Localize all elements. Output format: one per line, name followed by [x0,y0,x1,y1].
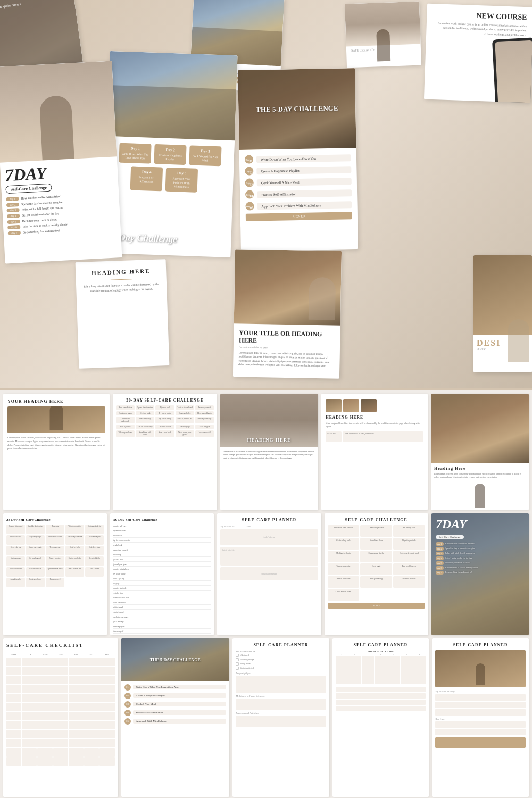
partial-right-card: DESI HEADING [473,255,532,372]
affirmation-label: MY AFFIRMATION [236,650,326,653]
50day-card: 50 Day Self-Care Challenge practice self… [110,513,214,635]
selfcare-planner-title: SELF-CARE PLANNER [220,518,318,522]
planner-focus: today's focus [220,529,318,545]
new-course-body: A massive work-outline course is an onli… [433,21,527,37]
challenge-item: Day03 Cook Yourself A Nice Meal [245,177,352,187]
selfcare-planner4-card: SELF-CARE PLANNER My self-care act today… [432,638,529,797]
planner-priorities: list of priorities [220,547,318,566]
your-title-card: YOUR TITLE OR HEADING HERE Lorem ipsum d… [233,249,342,378]
grateful-label: I'm grateful for [236,672,326,675]
selfcare-planner4-title: SELF-CARE PLANNER [435,643,526,647]
date-card: DATE CREATED: [345,2,421,68]
5day-list2-title: THE 5-DAY CHALLENGE [150,657,201,662]
your-title-body: Lorem ipsum dolor sit amet, consectetur … [238,351,334,368]
planner-date-label: Date: [246,525,270,528]
selfcare-checklist-title: SELF-CARE CHECKLIST [6,643,115,648]
5day-list-card: THE 5-DAY CHALLENGE Day01 Write Down Wha… [238,68,358,251]
7day-subtitle: Self-Care Challenge [5,184,52,194]
photo-heading-card: HEADING HERE At vero eos et accusamus et… [220,394,318,510]
30day-title: 30-DAY SELF-CARE CHALLENGE [116,398,214,403]
planner-selfcare-label: My self-care act: [220,525,244,528]
50day-title: 50 Day Self-Care Challenge [113,518,211,522]
heading-card: HEADING HERE It is a long established fa… [76,259,170,369]
signup-button[interactable]: SIGN UP [246,212,352,221]
selfcare-planner-card: SELF-CARE PLANNER My self-care act: Date… [217,513,321,635]
30day-card: 30-DAY SELF-CARE CHALLENGE Have a medita… [113,394,217,510]
challenge-item: Day04 Practice Self-Affirmation [245,188,352,198]
your-heading-card: YOUR HEADING HERE Lorem ipsum dolor sit … [3,394,110,510]
28day-title: 28 Day Self-Care Challenge [6,518,104,522]
heading-title: HEADING HERE [82,268,160,277]
bottom-row-1: YOUR HEADING HERE Lorem ipsum dolor sit … [0,390,532,512]
checklist-grid: MON TUE WED THU FRI SAT SUN [6,652,115,766]
selfcare-challenge-grid: Write down what you love Drink enough wa… [328,525,425,601]
photo-right-body: Lorem ipsum dolor sit amet, consectetur … [434,472,526,479]
challenge-item: Day05 Approach Your Problem With Mindful… [245,200,352,210]
photo-heading-overlay: HEADING HERE [220,437,318,443]
goal-label: My biggest self-goal this week [236,695,326,697]
your-heading-body: Lorem ipsum dolor sit amet, consectetur … [7,436,105,451]
new-course-title: NEW COURSE [433,10,527,22]
photo-right-card: Heading Here Lorem ipsum dolor sit amet,… [431,394,529,510]
7day-items: day 1Have lunch or coffee with a friend … [6,192,116,236]
heading2-card: HEADING HERE It is a long established fa… [321,394,428,510]
28day-grid: Create a vision board Spend the day in n… [6,525,104,587]
heading2-body: It is a long established fact that a rea… [326,422,423,428]
your-title-heading: YOUR TITLE OR HEADING HERE [239,329,335,346]
photo-right-title: Heading Here [434,466,526,471]
30day-grid: Have a meditation Spend time in nature H… [116,405,214,437]
bottom-row-2: 28 Day Self-Care Challenge Create a visi… [0,512,532,637]
selfcare-planner2-title: SELF-CARE PLANNER [236,643,326,647]
challenge-item: Day02 Create A Happiness Playlist [245,165,351,175]
5day-challenge-card: 5 Day Challenge Day 1Write Down What You… [103,51,237,257]
exercises-label: Exercises and Activities [236,712,326,714]
top-collage: some quite comes – Quotes Name 7DAY Self… [0,0,532,388]
selfcare-planner3-title: SELF CARE PLANNER [336,643,426,647]
7day-small-subtitle: Self-Care Challenge [436,535,464,539]
50day-list: practice self-care spend time alone take… [113,525,211,635]
new-course-card: NEW COURSE A massive work-outline course… [424,4,532,103]
challenge-item: Day01 Write Down What You Love About You [245,153,351,163]
planner3-col-title: PHYSICAL SELF CARE [336,650,426,653]
selfcare-checklist-card: SELF-CARE CHECKLIST MON TUE WED THU FRI … [3,638,118,797]
7day-small-title: 7DAY [436,518,525,530]
heading2-title: HEADING HERE [326,415,423,420]
bottom-section: YOUR HEADING HERE Lorem ipsum dolor sit … [0,390,532,798]
selfcare-challenge-card: SELF-CARE CHALLENGE Write down what you … [325,513,428,635]
5day-list2-card: THE 5-DAY CHALLENGE 01Write Down What Yo… [121,638,230,797]
notes-button[interactable]: NOTES [328,603,425,609]
7day-small-card: 7DAY Self-Care Challenge day 1Have lunch… [431,513,529,635]
7day-challenge-card: 7DAY Self-Care Challenge day 1Have lunch… [0,61,122,263]
your-heading-title: YOUR HEADING HERE [7,399,105,404]
selfcare-planner2-card: SELF-CARE PLANNER MY AFFIRMATION Unbothe… [232,638,329,797]
your-title-subtitle: Lorem ipsum dolor sit amet [239,346,335,350]
photo-heading-body: At vero eos et accusamus et iusto odio d… [220,447,318,463]
phone-mockup [492,37,532,103]
selfcare-planner3-card: SELF CARE PLANNER PHYSICAL SELF CARE SMT… [332,638,429,797]
heading-body: It is a long established fact that a rea… [82,281,161,294]
planner-reminder: personal reminder [220,567,318,580]
bottom-row-3: SELF-CARE CHECKLIST MON TUE WED THU FRI … [0,637,532,798]
5day-list-title: THE 5-DAY CHALLENGE [256,104,338,114]
7day-title: 7DAY [4,161,113,184]
selfcare-challenge-title: SELF-CARE CHALLENGE [328,518,425,522]
28day-card: 28 Day Self-Care Challenge Create a visi… [3,513,107,635]
